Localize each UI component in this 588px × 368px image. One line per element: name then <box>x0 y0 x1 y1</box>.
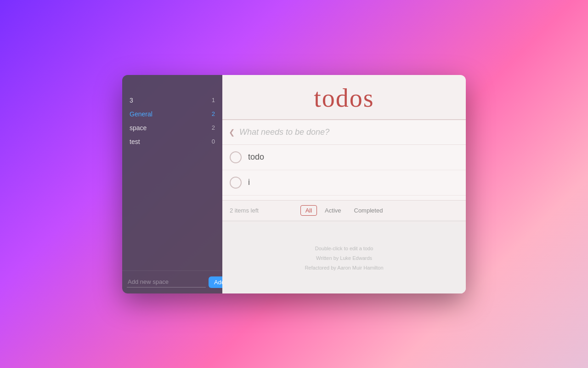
new-todo-row: ❮ <box>222 120 466 145</box>
filter-completed-button[interactable]: Completed <box>349 205 388 216</box>
todo-list: todo i <box>222 145 466 201</box>
sidebar-item-space[interactable]: space 2 <box>122 121 222 135</box>
sidebar-item-test[interactable]: test 0 <box>122 135 222 149</box>
sidebar-item-name: 3 <box>130 97 133 104</box>
sidebar-item-3[interactable]: 3 1 <box>122 93 222 107</box>
sidebar-item-count: 1 <box>212 97 215 104</box>
sidebar-item-general[interactable]: General 2 <box>122 107 222 121</box>
app-info: Double-click to edit a todo Written by L… <box>222 223 466 293</box>
info-line-2: Written by Luke Edwards <box>316 253 372 263</box>
todo-item-0: todo <box>222 145 466 170</box>
todo-item-1: i <box>222 170 466 196</box>
footer-bar: 2 items left All Active Completed <box>222 200 466 220</box>
todo-checkbox-1[interactable] <box>230 177 242 189</box>
sidebar-item-name: General <box>130 110 153 118</box>
main-content: todos ❮ todo i 2 items left All Active C… <box>222 75 466 293</box>
sidebar-list: 3 1 General 2 space 2 test 0 <box>122 93 222 270</box>
todo-text-1: i <box>248 178 250 187</box>
info-written-prefix: Written by <box>316 255 340 261</box>
toggle-all-icon[interactable]: ❮ <box>229 128 235 137</box>
info-line-3: Refactored by Aaron Muir Hamilton <box>305 263 383 273</box>
filter-buttons: All Active Completed <box>300 205 388 216</box>
info-written-author: Luke Edwards <box>340 255 372 261</box>
info-line-1: Double-click to edit a todo <box>315 244 373 253</box>
new-todo-input[interactable] <box>239 120 459 144</box>
info-refactored-author: Aaron Muir Hamilton <box>337 265 383 270</box>
todo-checkbox-0[interactable] <box>230 151 242 163</box>
add-space-input[interactable] <box>127 276 206 288</box>
app-window: 3 1 General 2 space 2 test 0 Add <box>122 75 466 293</box>
app-title: todos <box>222 75 466 120</box>
info-refactored-prefix: Refactored by <box>305 265 337 270</box>
sidebar-item-name: space <box>130 124 147 132</box>
todo-text-0: todo <box>248 152 264 162</box>
items-left: 2 items left <box>230 207 300 214</box>
sidebar: 3 1 General 2 space 2 test 0 Add <box>122 75 222 293</box>
sidebar-item-count: 2 <box>212 110 215 117</box>
sidebar-item-name: test <box>130 138 140 145</box>
sidebar-footer: Add <box>122 270 222 293</box>
sidebar-item-count: 2 <box>212 124 215 131</box>
filter-all-button[interactable]: All <box>300 205 317 216</box>
sidebar-item-count: 0 <box>212 138 215 145</box>
filter-active-button[interactable]: Active <box>320 205 346 216</box>
